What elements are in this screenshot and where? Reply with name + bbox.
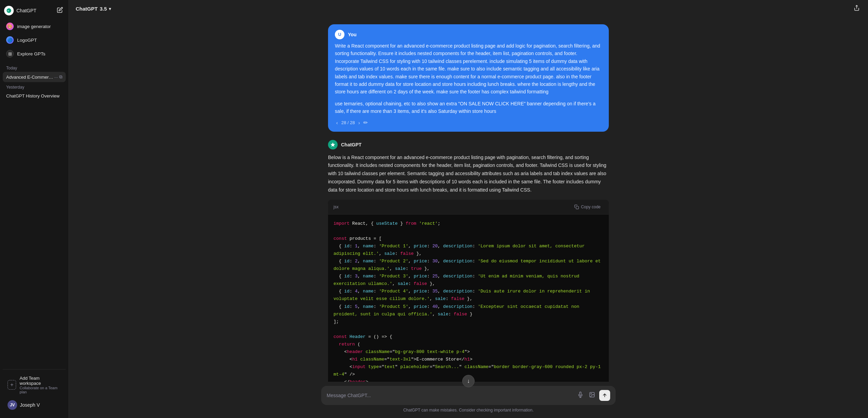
user-name: Joseph V: [20, 402, 40, 408]
assistant-message: ChatGPT Below is a React component for a…: [328, 140, 609, 382]
chat-item-actions: ··· ⧉: [54, 74, 62, 80]
user-message: U You Write a React component for an adv…: [328, 24, 609, 132]
prev-message-button[interactable]: ‹: [335, 119, 339, 126]
chat-item-label: ChatGPT History Overview: [6, 93, 62, 99]
explore-gpts-icon: ⊞: [6, 50, 14, 57]
image-input-button[interactable]: [588, 390, 596, 401]
user-message-avatar: U: [335, 30, 344, 39]
topbar-actions: [852, 3, 861, 14]
assistant-header: ChatGPT: [328, 140, 609, 149]
chevron-down-icon: ▾: [109, 6, 111, 11]
code-line: import React, { useState } from 'react';: [334, 220, 603, 227]
svg-rect-2: [576, 206, 579, 209]
add-team-icon: +: [8, 380, 16, 390]
share-button[interactable]: [852, 3, 861, 14]
copy-code-button[interactable]: Copy code: [571, 203, 603, 211]
model-selector[interactable]: ChatGPT 3.5 ▾: [76, 6, 111, 12]
sidebar-item-logogpt[interactable]: 🔵 LogoGPT: [3, 34, 66, 47]
code-line: { id: 2, name: 'Product 2', price: 30, d…: [334, 258, 603, 273]
sidebar-item-label: image generator: [17, 24, 51, 29]
sidebar-nav: 🎨 image generator 🔵 LogoGPT ⊞ Explore GP…: [3, 20, 66, 60]
assistant-icon: [328, 140, 338, 149]
sidebar-item-explore-gpts[interactable]: ⊞ Explore GPTs: [3, 47, 66, 60]
model-version: 3.5: [100, 6, 107, 12]
svg-point-4: [591, 393, 591, 394]
edit-message-button[interactable]: ✏: [363, 119, 368, 126]
code-line: { id: 1, name: 'Product 1', price: 20, d…: [334, 243, 603, 258]
sidebar-item-label: LogoGPT: [17, 38, 37, 43]
assistant-intro-text: Below is a React component for an advanc…: [328, 154, 609, 194]
sidebar: ✦ ChatGPT 🎨 image generator 🔵 LogoGPT ⊞ …: [0, 0, 68, 418]
user-profile[interactable]: JV Joseph V: [4, 397, 64, 413]
copy-btn-label: Copy code: [581, 205, 601, 209]
image-generator-icon: 🎨: [6, 23, 14, 30]
add-team-text-block: Add Team workspace Collaborate on a Team…: [20, 376, 61, 394]
section-today: Today: [3, 63, 66, 72]
next-message-button[interactable]: ›: [357, 119, 361, 126]
code-content: import React, { useState } from 'react';…: [328, 214, 609, 382]
code-line: [334, 227, 603, 235]
message-input[interactable]: [327, 393, 572, 398]
section-yesterday: Yesterday: [3, 82, 66, 91]
voice-input-button[interactable]: [576, 390, 585, 401]
scroll-to-bottom-button[interactable]: ↓: [462, 375, 475, 387]
topbar: ChatGPT 3.5 ▾: [69, 0, 868, 17]
user-message-name: You: [348, 32, 356, 37]
sidebar-item-image-generator[interactable]: 🎨 image generator: [3, 20, 66, 33]
user-message-text-2: use ternaries, optional chaining, etc to…: [335, 100, 602, 115]
sidebar-header: ✦ ChatGPT: [3, 3, 66, 18]
code-line: const Header = () => {: [334, 333, 603, 341]
share-chat-icon[interactable]: ⧉: [59, 74, 62, 80]
main-content: ChatGPT 3.5 ▾ U You Write a Reac: [69, 0, 868, 418]
chat-item-advanced-ecommerce[interactable]: Advanced E-Commerce Co... ··· ⧉: [3, 72, 66, 82]
chat-area: U You Write a React component for an adv…: [69, 17, 868, 382]
code-lang-label: jsx: [334, 205, 339, 209]
input-actions: [576, 390, 610, 401]
code-line: <h1 className="text-3xl">E-commerce Stor…: [334, 356, 603, 363]
message-input-container: [321, 386, 616, 405]
chat-item-label: Advanced E-Commerce Co...: [6, 75, 54, 80]
new-chat-button[interactable]: [55, 5, 64, 16]
code-line: <header className="bg-gray-800 text-whit…: [334, 348, 603, 356]
chatgpt-logo-icon: ✦: [4, 6, 14, 15]
disclaimer-text: ChatGPT can make mistakes. Consider chec…: [403, 408, 534, 413]
sidebar-logo: ✦ ChatGPT: [4, 6, 36, 15]
add-team-label: Add Team workspace: [20, 376, 61, 386]
code-line: const products = [: [334, 235, 603, 243]
assistant-name: ChatGPT: [341, 142, 362, 147]
user-message-header: U You: [335, 30, 602, 39]
message-container: U You Write a React component for an adv…: [321, 24, 616, 382]
code-line: { id: 5, name: 'Product 5', price: 40, d…: [334, 303, 603, 318]
more-options-icon[interactable]: ···: [54, 75, 58, 80]
user-avatar: JV: [8, 400, 17, 410]
message-position: 28 / 28: [341, 120, 355, 125]
code-line: return (: [334, 341, 603, 348]
code-block: jsx Copy code import React, { useState }…: [328, 200, 609, 382]
chat-item-history[interactable]: ChatGPT History Overview: [3, 91, 66, 101]
model-name: ChatGPT: [76, 6, 98, 12]
add-team-workspace[interactable]: + Add Team workspace Collaborate on a Te…: [4, 372, 64, 397]
add-team-sublabel: Collaborate on a Team plan: [20, 386, 61, 394]
send-button[interactable]: [599, 390, 610, 401]
logogpt-icon: 🔵: [6, 36, 14, 44]
sidebar-app-name: ChatGPT: [16, 8, 36, 13]
code-line: { id: 4, name: 'Product 4', price: 35, d…: [334, 288, 603, 303]
code-line: { id: 3, name: 'Product 3', price: 25, d…: [334, 273, 603, 288]
code-line: [334, 326, 603, 333]
code-block-header: jsx Copy code: [328, 200, 609, 214]
svg-text:✦: ✦: [7, 10, 9, 12]
sidebar-bottom: + Add Team workspace Collaborate on a Te…: [3, 369, 66, 415]
scroll-down-icon: ↓: [467, 378, 470, 384]
user-message-text: Write a React component for an advanced …: [335, 42, 602, 96]
message-nav: ‹ 28 / 28 › ✏: [335, 119, 602, 126]
sidebar-item-label: Explore GPTs: [17, 51, 46, 56]
code-line: ];: [334, 318, 603, 326]
